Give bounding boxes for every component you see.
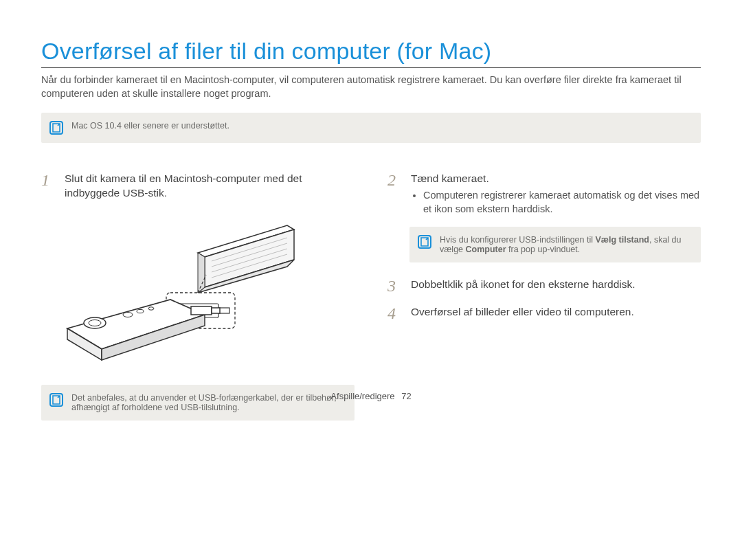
connection-illustration	[54, 212, 355, 366]
svg-point-16	[89, 320, 101, 326]
manual-page: Overførsel af filer til din computer (fo…	[0, 0, 742, 421]
footer-page-number: 72	[401, 391, 411, 401]
step-1: 1 Slut dit kamera til en Macintosh-compu…	[41, 172, 355, 201]
step-number: 1	[41, 172, 56, 201]
intro-paragraph: Når du forbinder kameraet til en Macinto…	[41, 74, 701, 100]
footer-section: Afspille/redigere	[330, 391, 394, 401]
two-column-layout: 1 Slut dit kamera til en Macintosh-compu…	[41, 172, 701, 421]
right-column: 2 Tænd kameraet. Computeren registrerer …	[387, 172, 701, 421]
page-title: Overførsel af filer til din computer (fo…	[41, 38, 701, 68]
step-number: 2	[387, 172, 403, 216]
step-text: Tænd kameraet.	[411, 172, 701, 186]
right-note: Hvis du konfigurerer USB-indstillingen t…	[409, 227, 701, 262]
step-text: Overførsel af billeder eller video til c…	[411, 305, 634, 322]
left-column: 1 Slut dit kamera til en Macintosh-compu…	[41, 172, 355, 421]
svg-rect-20	[191, 306, 212, 315]
step-number: 4	[387, 305, 403, 322]
page-footer: Afspille/redigere 72	[0, 391, 742, 401]
note-icon	[418, 235, 431, 249]
step-4: 4 Overførsel af billeder eller video til…	[387, 305, 701, 322]
step-text: Dobbeltklik på ikonet for den eksterne h…	[411, 278, 636, 294]
svg-point-18	[137, 309, 144, 313]
svg-point-17	[123, 312, 133, 317]
step-2: 2 Tænd kameraet. Computeren registrerer …	[387, 172, 701, 216]
step-3: 3 Dobbeltklik på ikonet for den eksterne…	[387, 278, 701, 294]
note-icon	[49, 121, 63, 135]
top-note: Mac OS 10.4 eller senere er understøttet…	[41, 113, 701, 143]
step-text: Slut dit kamera til en Macintosh-compute…	[65, 172, 355, 201]
left-bottom-note: Det anbefales, at du anvender et USB-for…	[41, 385, 355, 421]
step-number: 3	[387, 278, 403, 294]
step-2-bullet: Computeren registrerer kameraet automati…	[423, 189, 701, 216]
svg-rect-21	[212, 308, 220, 313]
top-note-text: Mac OS 10.4 eller senere er understøttet…	[71, 121, 229, 131]
right-note-text: Hvis du konfigurerer USB-indstillingen t…	[440, 235, 690, 254]
svg-point-19	[148, 307, 154, 310]
svg-marker-3	[198, 253, 205, 293]
